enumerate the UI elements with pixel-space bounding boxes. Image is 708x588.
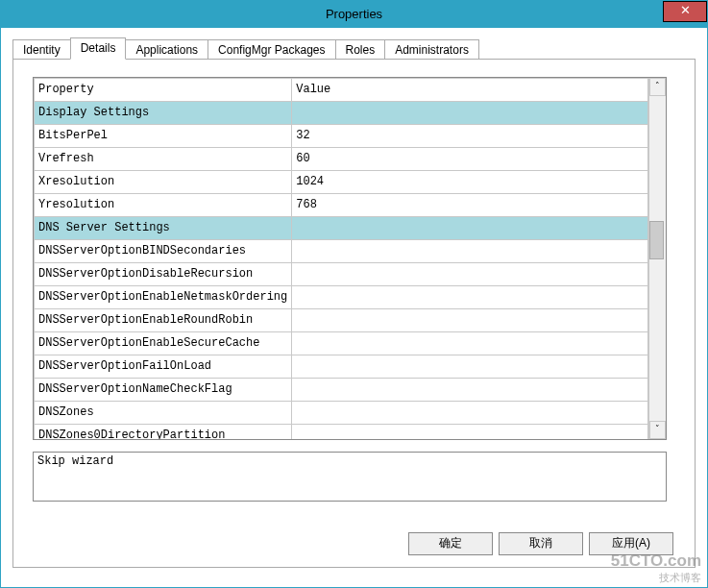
table-row[interactable]: DNSServerOptionNameCheckFlag: [35, 379, 648, 402]
cell-property[interactable]: DNSServerOptionDisableRecursion: [35, 263, 292, 286]
cell-value[interactable]: [292, 240, 648, 263]
cell-value[interactable]: [292, 402, 648, 425]
scroll-down-arrow-icon[interactable]: ˅: [649, 421, 666, 439]
tab-identity[interactable]: Identity: [12, 39, 71, 60]
cell-property[interactable]: Display Settings: [35, 102, 292, 125]
ok-button[interactable]: 确定: [408, 532, 493, 555]
cell-value[interactable]: [292, 425, 648, 440]
header-property[interactable]: Property: [35, 79, 292, 102]
cancel-button[interactable]: 取消: [499, 532, 583, 555]
cell-value[interactable]: [292, 332, 648, 355]
tab-details[interactable]: Details: [70, 37, 127, 60]
property-grid: Property Value Display SettingsBitsPerPe…: [33, 77, 667, 440]
cell-property[interactable]: DNSServerOptionEnableSecureCache: [35, 332, 292, 355]
tabs-row: Identity Details Applications ConfigMgr …: [12, 37, 696, 59]
cell-property[interactable]: DNSServerOptionEnableRoundRobin: [35, 309, 292, 332]
scroll-up-arrow-icon[interactable]: ˄: [649, 78, 666, 96]
client-area: Identity Details Applications ConfigMgr …: [1, 28, 707, 587]
watermark-line1: 51CTO.com: [611, 551, 701, 570]
close-button[interactable]: ✕: [663, 1, 707, 22]
table-row[interactable]: Vrefresh60: [35, 148, 648, 171]
table-row[interactable]: Xresolution1024: [35, 171, 648, 194]
scroll-thumb[interactable]: [649, 221, 664, 259]
cell-property[interactable]: DNSServerOptionEnableNetmaskOrdering: [35, 286, 292, 309]
table-row[interactable]: DNSServerOptionEnableSecureCache: [35, 332, 648, 355]
cell-property[interactable]: BitsPerPel: [35, 125, 292, 148]
cell-property[interactable]: DNSServerOptionBINDSecondaries: [35, 240, 292, 263]
tab-administrators[interactable]: Administrators: [384, 39, 479, 60]
cell-value[interactable]: [292, 102, 648, 125]
table-row[interactable]: Display Settings: [35, 102, 648, 125]
cell-property[interactable]: DNSServerOptionNameCheckFlag: [35, 379, 292, 402]
table-row[interactable]: DNSServerOptionBINDSecondaries: [35, 240, 648, 263]
watermark-line2: 技术博客: [611, 571, 701, 585]
cell-value[interactable]: 32: [292, 125, 648, 148]
cell-value[interactable]: 60: [292, 148, 648, 171]
table-row[interactable]: BitsPerPel32: [35, 125, 648, 148]
scroll-track[interactable]: [649, 96, 666, 421]
cell-value[interactable]: [292, 286, 648, 309]
window-title: Properties: [326, 1, 382, 28]
cell-property[interactable]: Yresolution: [35, 194, 292, 217]
description-text: Skip wizard: [37, 454, 113, 468]
cell-value[interactable]: [292, 263, 648, 286]
titlebar: Properties ✕: [1, 1, 707, 28]
cell-value[interactable]: [292, 217, 648, 240]
description-box: Skip wizard: [33, 452, 667, 502]
table-row[interactable]: DNS Server Settings: [35, 217, 648, 240]
cell-value[interactable]: [292, 309, 648, 332]
tab-configmgr-packages[interactable]: ConfigMgr Packages: [208, 39, 335, 60]
cell-value[interactable]: 1024: [292, 171, 648, 194]
table-row[interactable]: DNSServerOptionEnableRoundRobin: [35, 309, 648, 332]
tab-panel: Property Value Display SettingsBitsPerPe…: [12, 59, 696, 568]
table-row[interactable]: DNSZones0DirectoryPartition: [35, 425, 648, 440]
property-grid-body: Property Value Display SettingsBitsPerPe…: [34, 78, 648, 439]
table-row[interactable]: DNSServerOptionFailOnLoad: [35, 355, 648, 379]
vertical-scrollbar[interactable]: ˄ ˅: [648, 78, 666, 439]
close-icon: ✕: [680, 3, 691, 17]
cell-property[interactable]: DNS Server Settings: [35, 217, 292, 240]
cell-value[interactable]: 768: [292, 194, 648, 217]
property-grid-wrap: Property Value Display SettingsBitsPerPe…: [33, 77, 675, 440]
watermark: 51CTO.com 技术博客: [611, 551, 701, 585]
table-row[interactable]: DNSServerOptionEnableNetmaskOrdering: [35, 286, 648, 309]
cell-property[interactable]: DNSZones: [35, 402, 292, 425]
tab-applications[interactable]: Applications: [125, 39, 208, 60]
table-row[interactable]: DNSZones: [35, 402, 648, 425]
table-row[interactable]: DNSServerOptionDisableRecursion: [35, 263, 648, 286]
cell-property[interactable]: DNSZones0DirectoryPartition: [35, 425, 292, 440]
header-row: Property Value: [35, 79, 648, 102]
properties-window: Properties ✕ Identity Details Applicatio…: [0, 0, 708, 588]
cell-property[interactable]: DNSServerOptionFailOnLoad: [35, 355, 292, 379]
table-row[interactable]: Yresolution768: [35, 194, 648, 217]
header-value[interactable]: Value: [292, 79, 648, 102]
cell-value[interactable]: [292, 355, 648, 379]
cell-property[interactable]: Xresolution: [35, 171, 292, 194]
cell-value[interactable]: [292, 379, 648, 402]
cell-property[interactable]: Vrefresh: [35, 148, 292, 171]
tab-roles[interactable]: Roles: [335, 39, 386, 60]
